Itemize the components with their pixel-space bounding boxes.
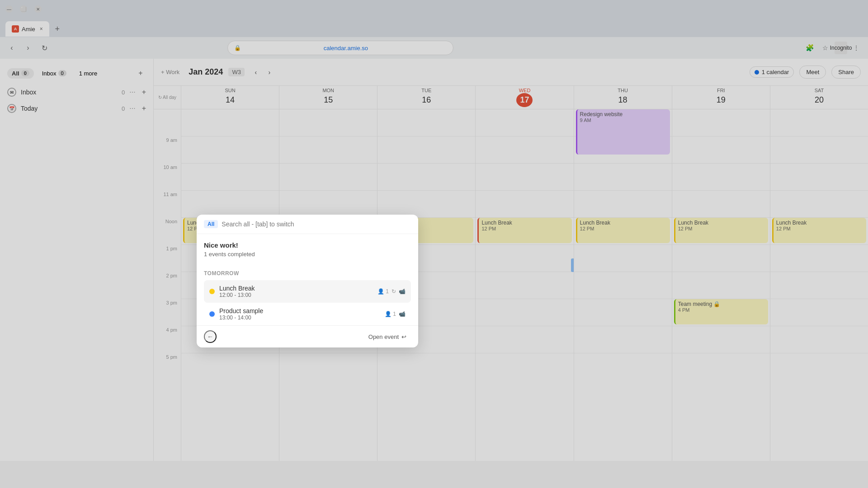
product-attendee-icon: 👤 1 [385,311,396,317]
lunch-time: 12:00 - 13:00 [219,292,373,298]
command-popup: All Nice work! 1 events completed Tomorr… [197,215,418,347]
product-info: Product sample 13:00 - 14:00 [219,307,380,321]
attendee-count: 1 [386,288,389,295]
person-icon: 👤 [377,288,384,295]
product-dot [209,311,215,317]
tomorrow-section: Tomorrow Lunch Break 12:00 - 13:00 👤 1 ↻… [197,270,418,325]
lunch-name: Lunch Break [219,285,373,292]
tomorrow-label: Tomorrow [204,270,411,277]
lunch-dot [209,289,215,294]
product-name: Product sample [219,307,380,314]
nice-work-section: Nice work! 1 events completed [197,234,418,265]
product-icons: 👤 1 📹 [385,311,406,317]
open-event-icon: ↩ [401,333,406,340]
events-completed-text: 1 events completed [204,251,411,258]
product-attendee-count: 1 [393,311,396,317]
search-event-lunch[interactable]: Lunch Break 12:00 - 13:00 👤 1 ↻ 📹 [204,280,411,303]
open-event-label: Open event [368,333,399,340]
lunch-icons: 👤 1 ↻ 📹 [377,288,406,295]
search-bar: All [197,215,418,234]
person-icon-2: 👤 [385,311,392,317]
search-event-product[interactable]: Product sample 13:00 - 14:00 👤 1 📹 [204,303,411,325]
product-time: 13:00 - 14:00 [219,314,380,321]
overlay[interactable] [0,0,868,488]
popup-footer: ← Open event ↩ [197,325,418,347]
nice-work-text: Nice work! [204,241,411,249]
video-icon: 📹 [399,288,406,295]
search-input[interactable] [222,221,411,228]
search-all-badge[interactable]: All [204,220,218,228]
open-event-button[interactable]: Open event ↩ [364,332,411,342]
popup-back-button[interactable]: ← [204,330,217,343]
lunch-info: Lunch Break 12:00 - 13:00 [219,285,373,298]
attendee-icon: 👤 1 [377,288,389,295]
recurring-icon: ↻ [392,288,396,295]
product-video-icon: 📹 [399,311,406,317]
